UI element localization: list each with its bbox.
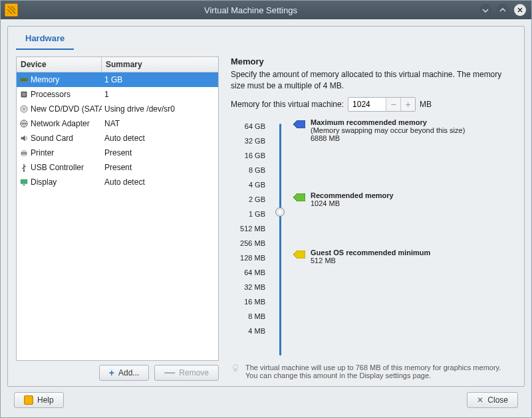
close-button[interactable]: ✕Close xyxy=(467,392,518,408)
device-label: Printer xyxy=(31,148,54,157)
lightbulb-icon xyxy=(231,364,240,373)
memory-icon xyxy=(19,75,29,84)
svg-rect-2 xyxy=(23,82,23,83)
memory-tick: 32 GB xyxy=(231,134,267,148)
tabs: Hardware xyxy=(8,27,524,50)
annotation-min: Guest OS recommended minimum512 MB xyxy=(293,249,430,264)
svg-rect-1 xyxy=(21,82,22,83)
slider-zone: 64 GB32 GB16 GB8 GB4 GB2 GB1 GB512 MB256… xyxy=(231,117,513,362)
usb-icon xyxy=(19,163,29,172)
right-panel: Memory Specify the amount of memory allo… xyxy=(231,56,513,381)
col-device[interactable]: Device xyxy=(17,57,102,72)
memory-tick: 64 MB xyxy=(231,265,267,280)
device-row-display[interactable]: Display Auto detect xyxy=(17,175,218,189)
device-row-sound[interactable]: Sound Card Auto detect xyxy=(17,131,218,146)
device-buttons: +Add... —Remove xyxy=(16,365,219,381)
memory-unit: MB xyxy=(420,100,432,109)
device-row-network[interactable]: Network Adapter NAT xyxy=(17,116,218,131)
device-summary: 1 xyxy=(102,90,218,99)
svg-point-13 xyxy=(23,170,25,172)
memory-tick: 4 GB xyxy=(231,177,267,192)
titlebar[interactable]: Virtual Machine Settings xyxy=(1,1,531,19)
sound-icon xyxy=(19,134,29,143)
device-label: Sound Card xyxy=(31,134,73,143)
memory-note: The virtual machine will use up to 768 M… xyxy=(231,362,513,381)
minus-icon: — xyxy=(164,370,175,375)
device-row-cddvd[interactable]: New CD/DVD (SATA) Using drive /dev/sr0 xyxy=(17,102,218,116)
maximize-button[interactable] xyxy=(497,4,509,16)
svg-rect-3 xyxy=(25,82,25,83)
remove-button[interactable]: —Remove xyxy=(154,365,219,381)
app-icon xyxy=(5,3,18,17)
left-panel: Device Summary Memory 1 GB Processors 1 xyxy=(16,56,219,381)
memory-decrement[interactable]: − xyxy=(386,98,400,111)
device-row-processors[interactable]: Processors 1 xyxy=(17,87,218,102)
add-button[interactable]: +Add... xyxy=(99,365,150,381)
device-label: Processors xyxy=(31,90,70,99)
slider-thumb[interactable] xyxy=(275,207,285,217)
svg-rect-12 xyxy=(22,154,25,157)
annotation-max: Maximum recommended memory(Memory swappi… xyxy=(293,118,465,142)
memory-tick: 256 MB xyxy=(231,236,267,251)
close-window-button[interactable] xyxy=(514,4,526,16)
device-summary: Present xyxy=(102,148,218,157)
device-row-memory[interactable]: Memory 1 GB xyxy=(17,72,218,87)
memory-description: Specify the amount of memory allocated t… xyxy=(231,69,513,92)
svg-rect-11 xyxy=(22,150,25,153)
memory-ticks: 64 GB32 GB16 GB8 GB4 GB2 GB1 GB512 MB256… xyxy=(231,117,267,362)
device-label: Memory xyxy=(31,75,59,84)
memory-tick: 1 GB xyxy=(231,207,267,221)
plus-icon: + xyxy=(109,369,114,376)
annotation-recommended: Recommended memory1024 MB xyxy=(293,191,394,207)
memory-tick: 16 GB xyxy=(231,148,267,163)
tab-hardware[interactable]: Hardware xyxy=(16,27,74,50)
cpu-icon xyxy=(19,90,29,99)
pointer-min-icon xyxy=(293,251,305,259)
memory-note-text: The virtual machine will use up to 768 M… xyxy=(245,364,513,379)
svg-point-16 xyxy=(233,365,238,369)
network-icon xyxy=(19,119,29,128)
window-buttons xyxy=(479,4,526,16)
memory-slider[interactable] xyxy=(272,117,288,362)
device-label: New CD/DVD (SATA) xyxy=(31,104,102,114)
memory-field-label: Memory for this virtual machine: xyxy=(231,100,344,109)
device-summary: Present xyxy=(102,163,218,172)
device-table-header: Device Summary xyxy=(17,57,218,72)
device-summary: NAT xyxy=(102,119,218,128)
content: Device Summary Memory 1 GB Processors 1 xyxy=(8,50,524,386)
svg-rect-14 xyxy=(21,179,28,184)
dialog-body: Hardware Device Summary Memory 1 GB xyxy=(1,19,531,417)
device-row-usb[interactable]: USB Controller Present xyxy=(17,160,218,175)
memory-tick: 16 MB xyxy=(231,294,267,309)
col-summary[interactable]: Summary xyxy=(102,57,218,72)
svg-rect-17 xyxy=(234,369,237,371)
window: Virtual Machine Settings Hardware Device… xyxy=(0,0,532,418)
device-label: Network Adapter xyxy=(31,119,90,128)
pointer-rec-icon xyxy=(293,193,305,201)
help-button[interactable]: Help xyxy=(14,392,64,408)
memory-tick: 4 MB xyxy=(231,324,267,338)
help-icon xyxy=(24,395,33,405)
memory-annotations: Maximum recommended memory(Memory swappi… xyxy=(293,117,513,362)
svg-point-8 xyxy=(23,108,25,110)
dialog-footer: Help ✕Close xyxy=(7,387,525,413)
close-icon: ✕ xyxy=(477,395,483,405)
window-title: Virtual Machine Settings xyxy=(22,5,479,15)
device-label: Display xyxy=(31,177,57,187)
printer-icon xyxy=(19,148,29,157)
memory-tick: 32 MB xyxy=(231,280,267,294)
pointer-max-icon xyxy=(293,120,305,128)
device-summary: 1 GB xyxy=(102,75,218,84)
minimize-button[interactable] xyxy=(479,4,491,16)
memory-tick: 64 GB xyxy=(231,119,267,134)
memory-tick: 512 MB xyxy=(231,221,267,236)
settings-card: Hardware Device Summary Memory 1 GB xyxy=(7,26,525,387)
svg-rect-0 xyxy=(21,78,28,81)
svg-rect-6 xyxy=(22,92,25,96)
memory-tick: 128 MB xyxy=(231,251,267,265)
device-row-printer[interactable]: Printer Present xyxy=(17,146,218,160)
memory-increment[interactable]: + xyxy=(400,98,415,111)
disc-icon xyxy=(19,104,29,114)
memory-input[interactable] xyxy=(348,98,386,111)
device-summary: Auto detect xyxy=(102,134,218,143)
